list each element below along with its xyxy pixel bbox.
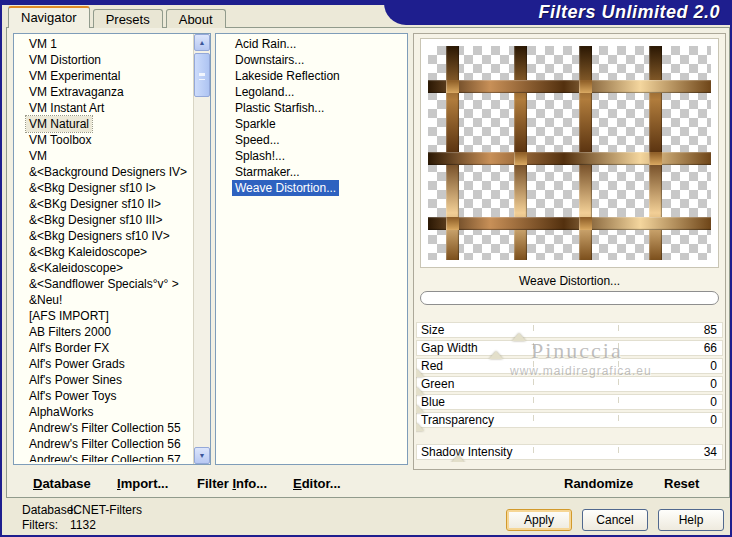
category-list-item[interactable]: Andrew's Filter Collection 55 [26,420,184,436]
category-list-item[interactable]: [AFS IMPORT] [26,308,112,324]
category-list-item[interactable]: &<Background Designers IV> [26,164,190,180]
slider-thumb[interactable] [451,455,465,462]
slider-value: 66 [704,341,717,355]
category-list-item[interactable]: Andrew's Filter Collection 57 [26,452,184,462]
weave-over-patch [446,217,459,230]
slider-size[interactable]: Size 85 [416,322,723,338]
category-list-item[interactable]: &<BKg Designer sf10 II> [26,196,164,212]
slider-transparency[interactable]: Transparency 0 [416,412,723,428]
scrollbar-thumb[interactable] [194,53,210,97]
category-list-item[interactable]: Alf's Power Grads [26,356,128,372]
editor-button[interactable]: Editor... [293,476,341,494]
slider-value: 0 [710,413,717,427]
category-list-item[interactable]: VM Natural [26,116,92,132]
category-list-item[interactable]: &<Bkg Designers sf10 IV> [26,228,173,244]
database-status-label: Database: [22,503,70,518]
reset-button[interactable]: Reset [664,476,699,494]
scroll-down-icon[interactable]: ▼ [194,447,210,464]
slider-thumb[interactable] [416,405,424,413]
filter-list-item[interactable]: Downstairs... [232,52,307,68]
slider-label: Shadow Intensity [421,445,512,459]
slider-thumb[interactable] [489,351,503,359]
filters-count-value: 1132 [70,518,96,533]
category-list-item[interactable]: AB Filters 2000 [26,324,114,340]
filter-list-item[interactable]: Splash!... [232,148,288,164]
tab-presets[interactable]: Presets [93,9,163,28]
slider-value: 85 [704,323,717,337]
tab-about[interactable]: About [166,9,226,28]
filter-list-item[interactable]: Legoland... [232,84,297,100]
slider-thumb[interactable] [416,387,424,395]
slider-value: 0 [710,377,717,391]
category-list-item[interactable]: &<Bkg Kaleidoscope> [26,244,150,260]
slider-label: Transparency [421,413,494,427]
category-list-item[interactable]: &<Bkg Designer sf10 III> [26,212,165,228]
category-list-item[interactable]: &Neu! [26,292,65,308]
weave-over-patch [579,217,592,230]
slider-blue[interactable]: Blue 0 [416,394,723,410]
filter-list-item[interactable]: Sparkle [232,116,279,132]
status-bar: Database:ICNET-Filters Filters:1132 [22,503,142,533]
slider-label: Red [421,359,443,373]
slider-label: Blue [421,395,445,409]
weave-over-patch [649,152,662,165]
category-list-item[interactable]: Andrew's Filter Collection 56 [26,436,184,452]
import-button[interactable]: Import... [117,476,168,494]
category-list-item[interactable]: VM Distortion [26,52,104,68]
category-list-item[interactable]: VM [26,148,50,164]
preview-panel: Weave Distortion... Size 85 Gap Width 66… [413,33,726,470]
filter-info-button[interactable]: Filter Info... [197,476,267,494]
slider-thumb[interactable] [512,333,526,341]
slider-label: Size [421,323,444,337]
help-button[interactable]: Help [658,509,724,531]
category-list-item[interactable]: VM 1 [26,36,60,52]
cancel-button[interactable]: Cancel [582,509,648,531]
category-list-item[interactable]: Alf's Border FX [26,340,112,356]
preview-image [420,38,719,268]
category-list-item[interactable]: &<Bkg Designer sf10 I> [26,180,159,196]
category-list-item[interactable]: Alf's Power Sines [26,372,125,388]
slider-thumb[interactable] [416,369,424,377]
slider-label: Green [421,377,454,391]
slider-green[interactable]: Green 0 [416,376,723,392]
database-status-value: ICNET-Filters [70,503,142,518]
slider-thumb[interactable] [416,423,424,431]
filter-list-items: Acid Rain...Downstairs...Lakeside Reflec… [217,36,405,462]
apply-button[interactable]: Apply [506,509,572,531]
randomize-button[interactable]: Randomize [564,476,633,494]
category-list-item[interactable]: &<Sandflower Specials°v° > [26,276,182,292]
slider-gap-width[interactable]: Gap Width 66 [416,340,723,356]
slider-value: 0 [710,359,717,373]
category-list-item[interactable]: VM Experimental [26,68,123,84]
weave-over-patch [514,152,527,165]
filter-list-item[interactable]: Acid Rain... [232,36,299,52]
slider-shadow-intensity[interactable]: Shadow Intensity 34 [416,444,723,460]
weave-over-patch [446,80,459,93]
category-list-item[interactable]: &<Kaleidoscope> [26,260,126,276]
category-list-item[interactable]: Alf's Power Toys [26,388,119,404]
filter-list-item[interactable]: Starmaker... [232,164,303,180]
database-button[interactable]: Database [33,476,91,494]
category-list-item[interactable]: AlphaWorks [26,404,96,420]
tab-navigator[interactable]: Navigator [8,6,90,28]
filter-list-item[interactable]: Lakeside Reflection [232,68,343,84]
category-list-item[interactable]: VM Toolbox [26,132,94,148]
filter-list-item[interactable]: Speed... [232,132,283,148]
app-title: Filters Unlimited 2.0 [538,2,720,23]
category-list-item[interactable]: VM Instant Art [26,100,107,116]
slider-label: Gap Width [421,341,478,355]
tab-bar: Navigator Presets About [8,6,229,28]
filter-list-item[interactable]: Plastic Starfish... [232,100,327,116]
slider-red[interactable]: Red 0 [416,358,723,374]
category-list-item[interactable]: VM Extravaganza [26,84,127,100]
weave-horizontal-bar [428,152,711,165]
filters-count-label: Filters: [22,518,70,533]
weave-over-patch [579,80,592,93]
category-scrollbar[interactable]: ▲ ▼ [193,34,210,464]
scroll-up-icon[interactable]: ▲ [194,34,210,51]
category-list: VM 1VM DistortionVM ExperimentalVM Extra… [13,33,211,465]
filters-unlimited-window: Filters Unlimited 2.0 Navigator Presets … [0,0,732,537]
slider-value: 0 [710,395,717,409]
dialog-actions: Apply Cancel Help [496,509,724,531]
filter-list-item[interactable]: Weave Distortion... [232,180,339,196]
